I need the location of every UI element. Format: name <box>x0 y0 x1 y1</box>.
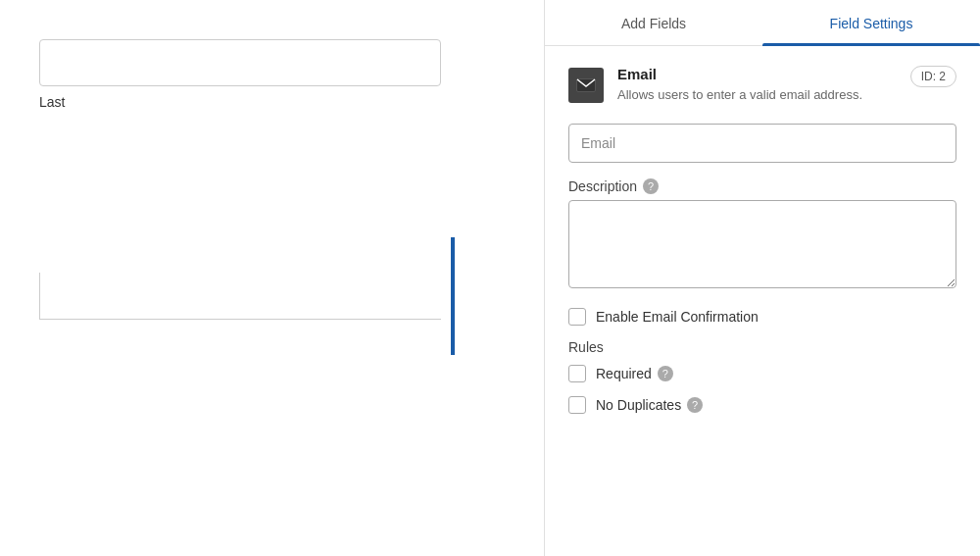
right-panel: Add Fields Field Settings Email Allows u… <box>544 0 980 556</box>
no-duplicates-checkbox[interactable] <box>568 396 586 414</box>
required-label-group: Required ? <box>596 366 673 381</box>
description-group: Description ? <box>568 178 956 292</box>
vertical-accent-bar <box>451 237 455 355</box>
description-label: Description ? <box>568 178 956 194</box>
bottom-input[interactable] <box>39 273 441 320</box>
last-name-field-group: Last <box>39 39 505 110</box>
description-textarea[interactable] <box>568 200 956 288</box>
tab-field-settings[interactable]: Field Settings <box>762 0 980 45</box>
field-info-header: Email Allows users to enter a valid emai… <box>568 66 956 104</box>
required-checkbox[interactable] <box>568 365 586 382</box>
description-help-icon[interactable]: ? <box>643 178 659 194</box>
enable-email-confirmation-row: Enable Email Confirmation <box>568 308 956 326</box>
enable-email-confirmation-checkbox[interactable] <box>568 308 586 326</box>
last-name-label: Last <box>39 94 505 110</box>
tabs-bar: Add Fields Field Settings <box>545 0 980 46</box>
bottom-field-group <box>39 237 505 355</box>
field-id-badge: ID: 2 <box>910 66 956 87</box>
enable-email-confirmation-label: Enable Email Confirmation <box>596 309 759 325</box>
tab-add-fields[interactable]: Add Fields <box>545 0 762 45</box>
required-label: Required <box>596 366 652 381</box>
no-duplicates-help-icon[interactable]: ? <box>687 397 703 413</box>
field-info-text: Email Allows users to enter a valid emai… <box>617 66 901 104</box>
rules-section-label: Rules <box>568 339 956 355</box>
last-name-input[interactable] <box>39 39 441 86</box>
settings-content: Email Allows users to enter a valid emai… <box>545 46 980 556</box>
no-duplicates-label-group: No Duplicates ? <box>596 397 703 413</box>
left-panel: Last <box>0 0 544 556</box>
required-help-icon[interactable]: ? <box>658 366 673 381</box>
no-duplicates-rule-row: No Duplicates ? <box>568 396 956 414</box>
field-title: Email <box>617 66 901 82</box>
email-label-group <box>568 124 956 163</box>
email-field-icon <box>568 68 604 103</box>
required-rule-row: Required ? <box>568 365 956 382</box>
field-description: Allows users to enter a valid email addr… <box>617 86 901 104</box>
no-duplicates-label: No Duplicates <box>596 397 681 413</box>
email-field-input[interactable] <box>568 124 956 163</box>
